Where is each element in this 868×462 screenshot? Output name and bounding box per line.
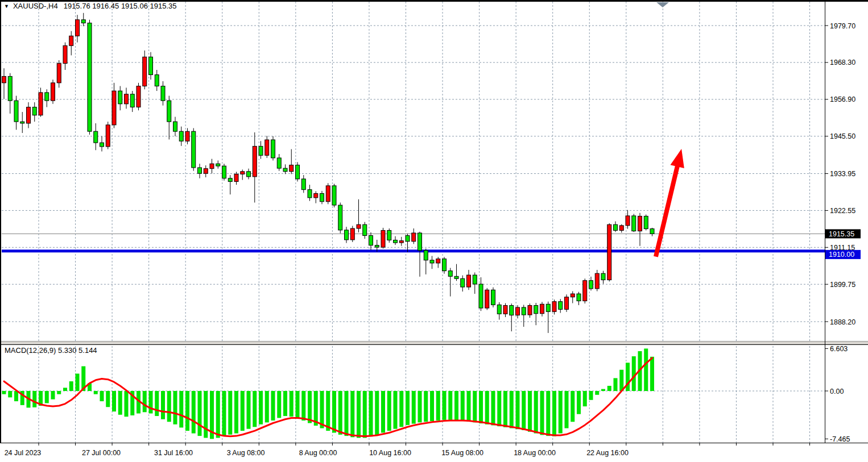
macd-bar bbox=[503, 391, 507, 427]
candlestick-series[interactable] bbox=[2, 13, 655, 333]
macd-bar bbox=[94, 391, 98, 394]
bear-candle bbox=[461, 278, 465, 287]
chart-shift-marker-icon[interactable] bbox=[656, 2, 669, 7]
price-badge-label: 1915.35 bbox=[829, 230, 854, 238]
macd-bar bbox=[430, 391, 434, 421]
macd-bar bbox=[228, 391, 232, 435]
macd-bar bbox=[607, 386, 611, 391]
bear-candle bbox=[198, 168, 202, 173]
macd-bar bbox=[454, 391, 458, 420]
macd-bar bbox=[45, 391, 49, 403]
macd-bar bbox=[394, 391, 398, 429]
time-axis-label: 15 Aug 08:00 bbox=[441, 449, 483, 457]
macd-bar bbox=[387, 391, 391, 431]
bear-candle bbox=[308, 190, 312, 198]
chart-title: ▼ XAUUSD-,H4 1915.76 1916.45 1915.06 191… bbox=[4, 2, 176, 10]
macd-bar bbox=[301, 391, 305, 421]
macd-bar bbox=[14, 391, 18, 401]
macd-bar bbox=[528, 391, 532, 432]
macd-bar bbox=[577, 391, 581, 414]
macd-bar bbox=[448, 391, 452, 420]
bear-candle bbox=[632, 216, 636, 231]
bear-candle bbox=[271, 140, 275, 158]
bear-candle bbox=[88, 23, 92, 131]
macd-bar bbox=[185, 391, 189, 431]
price-axis-label: 1899.75 bbox=[830, 281, 855, 289]
macd-bar bbox=[277, 391, 281, 418]
bull-candle bbox=[638, 216, 642, 231]
macd-bar bbox=[485, 391, 489, 424]
bull-candle bbox=[485, 290, 489, 308]
bear-candle bbox=[644, 216, 648, 228]
bear-candle bbox=[8, 76, 12, 101]
panel-sash[interactable] bbox=[0, 342, 868, 344]
macd-bar bbox=[461, 391, 465, 421]
up-arrow-shaft[interactable] bbox=[656, 163, 678, 256]
bear-candle bbox=[454, 276, 458, 278]
macd-bar bbox=[63, 388, 67, 391]
macd-bar bbox=[271, 391, 275, 421]
macd-bar bbox=[283, 391, 287, 416]
macd-bar bbox=[406, 391, 410, 425]
bull-candle bbox=[69, 36, 73, 45]
bull-candle bbox=[63, 45, 67, 63]
symbol-dropdown-icon[interactable]: ▼ bbox=[4, 3, 9, 9]
left-border bbox=[0, 0, 1, 443]
bull-candle bbox=[565, 297, 569, 310]
bull-candle bbox=[204, 169, 208, 174]
macd-bar bbox=[516, 391, 520, 429]
macd-bar bbox=[473, 391, 477, 422]
bear-candle bbox=[332, 186, 336, 205]
macd-bar bbox=[436, 391, 440, 421]
macd-bar bbox=[601, 389, 605, 391]
macd-bar bbox=[173, 391, 177, 424]
bear-candle bbox=[479, 284, 483, 308]
bull-candle bbox=[290, 165, 294, 171]
bear-candle bbox=[118, 91, 122, 104]
bear-candle bbox=[130, 94, 134, 107]
bear-candle bbox=[100, 143, 104, 147]
bear-candle bbox=[192, 131, 196, 168]
macd-bar bbox=[644, 348, 648, 391]
price-badge-label: 1910.00 bbox=[829, 251, 854, 259]
macd-bar bbox=[265, 391, 269, 422]
macd-bar bbox=[350, 391, 354, 437]
macd-bar bbox=[8, 391, 12, 397]
bear-candle bbox=[406, 236, 410, 242]
macd-bar bbox=[479, 391, 483, 423]
macd-bar bbox=[546, 391, 550, 436]
bull-candle bbox=[607, 224, 611, 280]
bull-candle bbox=[57, 64, 61, 83]
bull-candle bbox=[326, 186, 330, 202]
macd-bar bbox=[491, 391, 495, 425]
bull-candle bbox=[27, 107, 31, 123]
macd-bar bbox=[357, 391, 361, 438]
bull-candle bbox=[241, 172, 245, 174]
bull-candle bbox=[137, 86, 140, 107]
macd-bar bbox=[412, 391, 416, 424]
macd-bar bbox=[253, 391, 257, 427]
macd-bar bbox=[583, 391, 587, 406]
macd-bar bbox=[332, 391, 336, 432]
macd-bar bbox=[497, 391, 501, 426]
macd-bar bbox=[118, 391, 122, 415]
chart-canvas[interactable]: 1979.701968.301956.901945.501933.951922.… bbox=[0, 0, 868, 462]
macd-bar bbox=[161, 391, 165, 419]
macd-bar bbox=[112, 391, 116, 411]
bull-candle bbox=[528, 306, 532, 315]
macd-bar bbox=[619, 370, 623, 391]
bear-candle bbox=[222, 166, 226, 178]
macd-axis-label: 6.603 bbox=[830, 345, 848, 353]
macd-bar bbox=[326, 391, 330, 431]
up-arrow-head[interactable] bbox=[671, 149, 684, 168]
bear-candle bbox=[510, 306, 514, 315]
bear-candle bbox=[283, 168, 287, 172]
bear-candle bbox=[81, 20, 85, 23]
bear-candle bbox=[301, 179, 305, 190]
bull-candle bbox=[39, 93, 43, 115]
bear-candle bbox=[559, 302, 563, 310]
bear-candle bbox=[338, 205, 342, 230]
macd-bar bbox=[179, 391, 183, 427]
bull-candle bbox=[436, 259, 440, 263]
bear-candle bbox=[167, 101, 171, 122]
